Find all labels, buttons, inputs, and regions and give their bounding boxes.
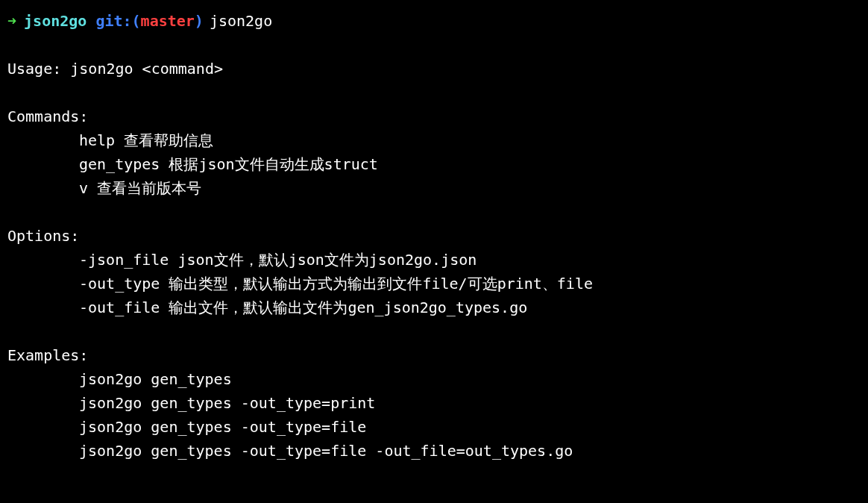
command-row: help 查看帮助信息 <box>79 128 861 152</box>
command-desc: 根据json文件自动生成struct <box>169 155 377 173</box>
option-desc: 输出类型，默认输出方式为输出到文件file/可选print、file <box>169 275 593 293</box>
option-row: -json_file json文件，默认json文件为json2go.json <box>79 248 861 272</box>
shell-prompt: ➜ json2go git: ( master ) json2go <box>7 9 861 33</box>
examples-header: Examples: <box>7 343 861 367</box>
command-row: v 查看当前版本号 <box>79 176 861 200</box>
prompt-branch: master <box>141 9 195 33</box>
command-name: gen_types <box>79 155 160 173</box>
prompt-paren-close: ) <box>195 9 204 33</box>
option-row: -out_type 输出类型，默认输出方式为输出到文件file/可选print、… <box>79 272 861 296</box>
prompt-paren-open: ( <box>132 9 141 33</box>
command-name: help <box>79 131 115 149</box>
command-desc: 查看帮助信息 <box>124 131 213 149</box>
options-header: Options: <box>7 224 861 248</box>
command-name: v <box>79 179 88 197</box>
example-row: json2go gen_types -out_type=file -out_fi… <box>79 439 861 463</box>
option-row: -out_file 输出文件，默认输出文件为gen_json2go_types.… <box>79 296 861 319</box>
option-flag: -out_file <box>79 299 160 316</box>
option-desc: 输出文件，默认输出文件为gen_json2go_types.go <box>169 299 527 316</box>
option-desc: json文件，默认json文件为json2go.json <box>177 251 477 269</box>
prompt-git-label: git: <box>95 9 131 33</box>
example-row: json2go gen_types <box>79 367 861 391</box>
option-flag: -json_file <box>79 251 169 269</box>
option-flag: -out_type <box>79 275 160 293</box>
usage-line: Usage: json2go <command> <box>7 57 861 81</box>
prompt-command[interactable]: json2go <box>210 9 272 33</box>
prompt-arrow-icon: ➜ <box>7 9 16 33</box>
example-row: json2go gen_types -out_type=print <box>79 391 861 415</box>
command-desc: 查看当前版本号 <box>97 179 201 197</box>
command-row: gen_types 根据json文件自动生成struct <box>79 152 861 176</box>
prompt-directory: json2go <box>24 9 87 33</box>
example-row: json2go gen_types -out_type=file <box>79 415 861 439</box>
commands-header: Commands: <box>7 104 861 128</box>
